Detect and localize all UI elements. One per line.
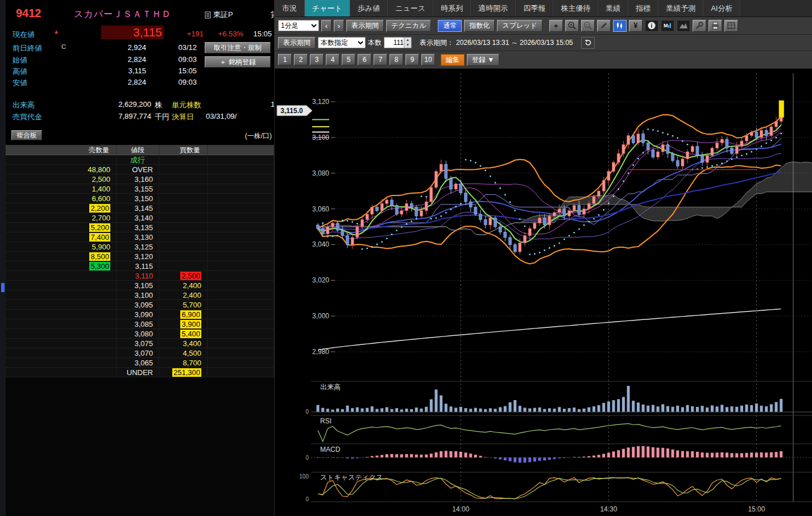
undo-button[interactable] bbox=[581, 37, 595, 49]
tab-10[interactable]: 指標 bbox=[628, 0, 658, 16]
turnover-unit: 千円 bbox=[155, 112, 169, 122]
count-mode-select[interactable]: 本数指定 bbox=[318, 37, 366, 48]
price-cell[interactable]: 3,080 bbox=[117, 329, 159, 338]
count-up-icon[interactable]: ▲ bbox=[404, 38, 411, 43]
price-cell[interactable]: 3,065 bbox=[117, 358, 159, 367]
price-cell[interactable]: 3,125 bbox=[117, 242, 159, 251]
filler-cell bbox=[208, 358, 274, 367]
price-cell[interactable]: 3,090 bbox=[117, 310, 159, 319]
preset-button-5[interactable]: 5 bbox=[342, 54, 355, 65]
svg-text:3,080: 3,080 bbox=[312, 169, 329, 177]
price-cell[interactable]: 3,150 bbox=[117, 194, 159, 203]
info-button[interactable]: i bbox=[645, 20, 658, 32]
settings-button[interactable] bbox=[693, 20, 706, 32]
preset-button-4[interactable]: 4 bbox=[326, 54, 339, 65]
price-cell[interactable]: 3,110 bbox=[117, 271, 159, 280]
preset-button-3[interactable]: 3 bbox=[310, 54, 324, 65]
tab-12[interactable]: AI分析 bbox=[703, 0, 740, 16]
prev-close-value: 2,924 bbox=[81, 43, 146, 52]
register-preset-button[interactable]: 登録 ▼ bbox=[467, 54, 499, 66]
order-book-header: 売数量 値段 買数量 bbox=[6, 145, 274, 155]
prev-button[interactable]: ‹ bbox=[321, 20, 332, 32]
tab-6[interactable]: 適時開示 bbox=[471, 0, 516, 16]
indexed-mode-button[interactable]: 指数化 bbox=[464, 20, 495, 32]
market-chip: 東証P bbox=[205, 10, 233, 20]
price-cell[interactable]: 3,120 bbox=[117, 252, 159, 261]
tab-11[interactable]: 業績予測 bbox=[658, 0, 703, 16]
add-button[interactable]: ＋ bbox=[549, 20, 563, 32]
filler-cell bbox=[208, 184, 274, 193]
tab-3[interactable]: 歩み値 bbox=[350, 0, 388, 16]
price-cell[interactable]: 3,135 bbox=[117, 223, 159, 232]
svg-text:2,980: 2,980 bbox=[312, 348, 329, 356]
price-cell[interactable]: 3,075 bbox=[117, 339, 159, 348]
chart-area[interactable]: 3,1203,1003,0803,0603,0403,0203,0002,980… bbox=[275, 69, 812, 516]
preset-button-10[interactable]: 10 bbox=[421, 54, 435, 65]
price-cell[interactable]: 3,105 bbox=[117, 281, 159, 290]
price-cell[interactable]: UNDER bbox=[117, 368, 159, 377]
preset-button-2[interactable]: 2 bbox=[294, 54, 308, 65]
price-cell[interactable]: 3,145 bbox=[117, 203, 159, 213]
price-cell[interactable]: 3,085 bbox=[117, 319, 159, 328]
buy-qty-cell: 8,700 bbox=[159, 358, 208, 367]
tab-8[interactable]: 株主優待 bbox=[553, 0, 598, 16]
display-period-button-2[interactable]: 表示期間 bbox=[278, 37, 316, 49]
candlestick-chart-button[interactable] bbox=[613, 20, 627, 32]
tab-7[interactable]: 四季報 bbox=[516, 0, 553, 16]
mountain-chart-button[interactable] bbox=[677, 20, 690, 32]
price-cell[interactable]: 3,155 bbox=[117, 184, 159, 193]
timeframe-select[interactable]: 1分足 bbox=[278, 20, 319, 31]
preset-button-8[interactable]: 8 bbox=[390, 54, 403, 65]
preset-button-1[interactable]: 1 bbox=[278, 54, 292, 65]
tab-9[interactable]: 業績 bbox=[598, 0, 628, 16]
tab-5[interactable]: 時系列 bbox=[433, 0, 471, 16]
price-cell[interactable]: 3,130 bbox=[117, 232, 159, 242]
price-cell[interactable]: 3,100 bbox=[117, 290, 159, 299]
composite-board-button[interactable]: 複合板 bbox=[11, 130, 42, 140]
tab-2[interactable]: チャート bbox=[305, 0, 350, 16]
tab-1[interactable]: 市況 bbox=[275, 0, 305, 16]
preset-button-9[interactable]: 9 bbox=[405, 54, 419, 65]
price-cell[interactable]: 成行 bbox=[117, 155, 159, 164]
yen-scale-button[interactable]: ¥ bbox=[629, 20, 643, 32]
edit-button[interactable]: 編集 bbox=[441, 54, 465, 66]
buy-qty-cell: 3,400 bbox=[159, 339, 208, 348]
price-cell[interactable]: 3,140 bbox=[117, 213, 159, 222]
order-book-row: 8,5003,120 bbox=[6, 252, 274, 261]
price-cell[interactable]: 3,070 bbox=[117, 348, 159, 357]
bar-count-stepper[interactable]: ▲▼ bbox=[384, 37, 412, 48]
display-period-button[interactable]: 表示期間 bbox=[346, 20, 384, 32]
preset-button-6[interactable]: 6 bbox=[358, 54, 371, 65]
tab-4[interactable]: ニュース bbox=[388, 0, 433, 16]
price-chart[interactable]: 3,1203,1003,0803,0603,0403,0203,0002,980… bbox=[275, 69, 812, 516]
low-row: 安値 2,824 09:03 bbox=[6, 78, 274, 88]
spread-mode-button[interactable]: スプレッド bbox=[497, 20, 542, 32]
bar-count-input[interactable] bbox=[384, 39, 404, 47]
price-cell[interactable]: 3,095 bbox=[117, 300, 159, 309]
technical-button[interactable]: テクニカル bbox=[386, 20, 431, 32]
chevron-down-icon: ▼ bbox=[487, 56, 494, 64]
low-time: 09:03 bbox=[169, 78, 197, 86]
price-cell[interactable]: 3,115 bbox=[117, 261, 159, 271]
filler-cell bbox=[208, 223, 274, 232]
count-down-icon[interactable]: ▼ bbox=[404, 43, 411, 48]
print-button[interactable] bbox=[709, 20, 722, 32]
buy-qty-cell bbox=[159, 194, 208, 203]
next-button[interactable]: › bbox=[334, 20, 344, 32]
zoom-out-button[interactable] bbox=[581, 20, 595, 32]
trade-caution-button[interactable]: 取引注意・規制 bbox=[205, 42, 271, 53]
zoom-in-icon bbox=[567, 21, 577, 30]
candlestick-icon bbox=[615, 21, 624, 30]
draw-button[interactable] bbox=[597, 20, 611, 32]
window-layout-button[interactable] bbox=[724, 20, 738, 32]
preset-button-7[interactable]: 7 bbox=[374, 54, 387, 65]
buy-qty-cell: 4,500 bbox=[159, 348, 208, 357]
register-stock-button[interactable]: ＋銘柄登録 bbox=[205, 56, 271, 68]
multi-chart-button[interactable]: M bbox=[661, 20, 674, 32]
price-cell[interactable]: OVER bbox=[117, 165, 159, 174]
order-book-row: 6,6003,150 bbox=[6, 194, 274, 203]
price-cell[interactable]: 3,160 bbox=[117, 174, 159, 184]
order-book-row: UNDER251,300 bbox=[6, 368, 274, 377]
normal-mode-button[interactable]: 通常 bbox=[438, 20, 462, 32]
zoom-in-button[interactable] bbox=[565, 20, 579, 32]
